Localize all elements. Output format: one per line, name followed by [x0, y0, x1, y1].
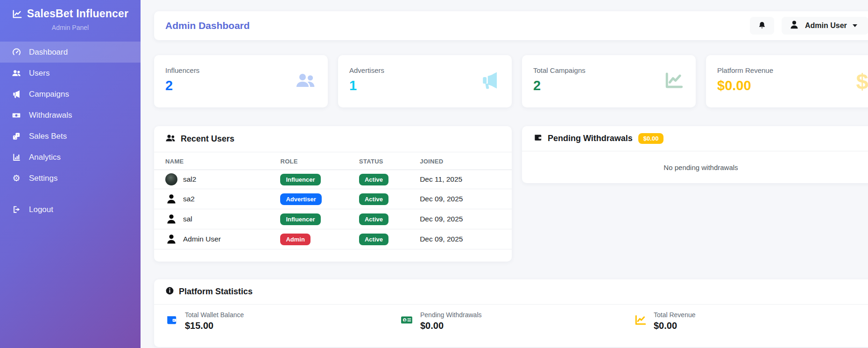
dice-icon — [11, 132, 21, 141]
sidebar-item-users[interactable]: Users — [0, 63, 141, 84]
sidebar-item-label: Analytics — [29, 153, 61, 162]
pending-amount-badge: $0.00 — [638, 133, 664, 144]
stat-value: 1 — [349, 78, 501, 93]
dollar-icon: $ — [856, 69, 868, 94]
stat-label: Advertisers — [349, 66, 501, 74]
column-header-role: ROLE — [275, 152, 354, 170]
sidebar-item-label: Sales Bets — [29, 132, 67, 141]
sidebar-item-label: Withdrawals — [29, 111, 72, 120]
bullhorn-icon — [480, 71, 501, 92]
chart-bar-icon — [11, 153, 21, 162]
users-icon — [11, 69, 21, 78]
pending-withdrawals-card: Pending Withdrawals $0.00 No pending wit… — [522, 126, 868, 183]
pending-withdrawals-title: Pending Withdrawals — [548, 134, 633, 143]
users-icon — [165, 133, 176, 145]
main-area: Admin Dashboard — [141, 0, 868, 348]
sidebar-item-dashboard[interactable]: Dashboard — [0, 42, 141, 63]
sidebar-item-label: Campaigns — [29, 90, 69, 99]
column-header-status: STATUS — [354, 152, 415, 170]
role-badge: Influencer — [280, 213, 320, 225]
role-badge: Admin — [280, 234, 310, 245]
money-bill-icon — [11, 111, 21, 120]
user-name: sa2 — [183, 195, 195, 203]
page-title: Admin Dashboard — [165, 20, 250, 31]
column-header-joined: JOINED — [415, 152, 512, 170]
platform-stat-value: $0.00 — [654, 320, 696, 331]
sidebar-item-label: Settings — [29, 174, 57, 183]
wallet-icon — [533, 133, 543, 144]
column-header-name: NAME — [154, 152, 275, 170]
chart-line-icon — [12, 8, 22, 20]
sidebar-nav: Dashboard Users Campaigns — [0, 42, 141, 220]
platform-stat-label: Total Wallet Balance — [185, 311, 244, 319]
avatar — [165, 173, 177, 185]
sidebar-item-sales-bets[interactable]: Sales Bets — [0, 126, 141, 147]
brand-title: SalesBet Influencer — [27, 7, 128, 20]
stat-label: Platform Revenue — [717, 66, 868, 74]
table-row: sal2 Influencer Active Dec 11, 2025 — [154, 170, 512, 189]
recent-users-table: NAME ROLE STATUS JOINED sal2 Infl — [154, 152, 512, 249]
svg-text:$: $ — [403, 318, 406, 322]
logout-icon — [11, 205, 21, 214]
brand-subtitle: Admin Panel — [0, 24, 141, 31]
sidebar-item-label: Dashboard — [29, 48, 68, 57]
stat-label: Total Campaigns — [533, 66, 685, 74]
platform-stat-value: $0.00 — [420, 320, 482, 331]
sidebar-item-withdrawals[interactable]: Withdrawals — [0, 105, 141, 126]
stats-row: Influencers 2 Advertisers 1 — [154, 55, 868, 107]
sidebar-item-campaigns[interactable]: Campaigns — [0, 84, 141, 105]
notifications-button[interactable] — [750, 17, 774, 35]
table-row: Admin User Admin Active Dec 09, 2025 — [154, 229, 512, 249]
user-menu-button[interactable]: Admin User — [782, 17, 868, 35]
person-icon — [165, 192, 177, 206]
stat-label: Influencers — [165, 66, 317, 74]
sidebar-item-label: Logout — [29, 205, 53, 214]
stat-card-influencers: Influencers 2 — [154, 55, 328, 107]
role-badge: Advertiser — [280, 193, 321, 205]
bell-icon — [758, 21, 766, 31]
wallet-icon — [165, 314, 178, 328]
joined-date: Dec 09, 2025 — [415, 209, 512, 229]
sidebar-item-settings[interactable]: ⚙ Settings — [0, 168, 141, 189]
role-badge: Influencer — [280, 174, 320, 185]
sidebar-item-logout[interactable]: Logout — [0, 199, 141, 220]
status-badge: Active — [359, 213, 388, 225]
table-row: sa2 Advertiser Active Dec 09, 2025 — [154, 189, 512, 209]
chart-line-icon — [664, 71, 685, 92]
sidebar-item-analytics[interactable]: Analytics — [0, 147, 141, 168]
recent-users-card: Recent Users NAME ROLE STATUS JOINED — [154, 126, 512, 262]
pending-empty-message: No pending withdrawals — [522, 151, 868, 183]
user-menu-label: Admin User — [805, 21, 847, 30]
recent-users-title: Recent Users — [181, 134, 234, 144]
stat-card-advertisers: Advertisers 1 — [338, 55, 512, 107]
gear-icon: ⚙ — [11, 174, 21, 183]
person-icon — [789, 20, 799, 32]
joined-date: Dec 09, 2025 — [415, 189, 512, 209]
platform-stat-value: $15.00 — [185, 320, 244, 331]
platform-statistics-title: Platform Statistics — [179, 287, 253, 297]
person-icon — [165, 233, 177, 246]
platform-stat-label: Total Revenue — [654, 311, 696, 319]
topbar: Admin Dashboard — [154, 11, 868, 40]
platform-stat-revenue: Total Revenue $0.00 — [634, 311, 868, 331]
chevron-down-icon — [853, 24, 857, 27]
middle-row: Recent Users NAME ROLE STATUS JOINED — [154, 126, 868, 262]
money-check-icon: $ — [400, 314, 414, 328]
platform-stat-pending: $ Pending Withdrawals $0.00 — [400, 311, 634, 331]
table-row: sal Influencer Active Dec 09, 2025 — [154, 209, 512, 229]
status-badge: Active — [359, 193, 388, 205]
stat-card-total-campaigns: Total Campaigns 2 — [522, 55, 696, 107]
platform-statistics-card: Platform Statistics Total Wallet Balance… — [154, 279, 868, 347]
sidebar: SalesBet Influencer Admin Panel Dashboar… — [0, 0, 141, 348]
platform-stat-wallet: Total Wallet Balance $15.00 — [165, 311, 400, 331]
stat-value: 2 — [165, 78, 317, 93]
status-badge: Active — [359, 174, 388, 185]
users-icon — [295, 71, 317, 92]
joined-date: Dec 09, 2025 — [415, 229, 512, 249]
bullhorn-icon — [11, 90, 21, 99]
brand: SalesBet Influencer — [0, 7, 141, 20]
person-icon — [165, 213, 177, 226]
stat-value: $0.00 — [717, 78, 868, 93]
stat-value: 2 — [533, 78, 685, 93]
info-circle-icon — [165, 286, 174, 297]
